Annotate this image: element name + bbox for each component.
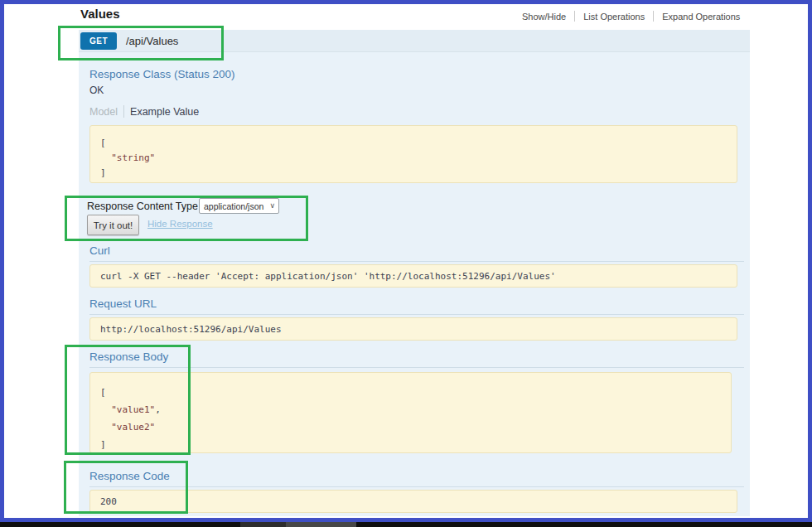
bottom-bar-segment [286,522,356,527]
response-class-heading: Response Class (Status 200) [89,68,235,80]
http-method-badge[interactable]: GET [80,32,117,50]
bottom-bar [0,522,812,527]
hide-response-link[interactable]: Hide Response [147,219,213,229]
response-content-type-label: Response Content Type [87,201,198,212]
chevron-down-icon: ∨ [269,202,275,210]
operations-nav: Show/Hide List Operations Expand Operati… [522,11,740,22]
bottom-bar-segment [240,522,286,527]
response-code-code-block: 200 [89,490,737,513]
show-hide-link[interactable]: Show/Hide [522,12,566,22]
operation-header[interactable]: GET /api/Values [79,30,750,52]
endpoint-path-link[interactable]: /api/Values [126,35,178,47]
response-code-heading: Response Code [89,470,744,487]
list-operations-link[interactable]: List Operations [583,12,645,22]
operation-panel: GET /api/Values Response Class (Status 2… [79,30,750,516]
response-body-heading: Response Body [89,351,744,368]
tab-example-value[interactable]: Example Value [130,106,199,118]
curl-code-block: curl -X GET --header 'Accept: applicatio… [89,264,737,288]
page-title: Values [80,7,120,21]
response-body-code-block: [ "value1", "value2"] [89,372,732,453]
model-example-tabs: Model Example Value [89,105,199,118]
try-it-out-button[interactable]: Try it out! [87,215,139,235]
response-class-description: OK [89,85,104,96]
request-url-heading: Request URL [89,297,744,315]
content-type-selected-value: application/json [204,201,263,211]
request-url-code-block: http://localhost:51296/api/Values [89,317,737,341]
tab-model[interactable]: Model [89,106,118,118]
curl-heading: Curl [89,244,744,262]
content-type-select[interactable]: application/json ∨ [199,198,279,214]
nav-divider [653,11,654,22]
expand-operations-link[interactable]: Expand Operations [662,12,740,22]
example-value-code-block: [ "string"] [89,125,737,183]
tab-divider [123,105,124,118]
nav-divider [574,11,575,22]
